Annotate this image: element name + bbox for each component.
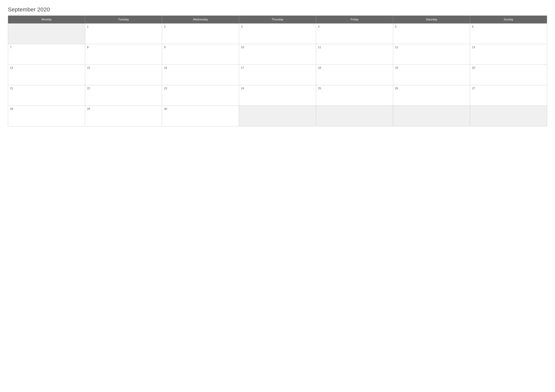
- calendar-cell[interactable]: [239, 106, 316, 126]
- calendar-week-row: 123456: [8, 24, 547, 44]
- calendar-cell[interactable]: 19: [393, 65, 470, 85]
- day-number: 23: [164, 87, 167, 90]
- calendar-cell[interactable]: 22: [85, 85, 162, 106]
- calendar-cell[interactable]: 6: [470, 24, 547, 44]
- day-number: 20: [472, 66, 475, 69]
- day-header-saturday: Saturday: [393, 16, 470, 24]
- calendar-cell[interactable]: 17: [239, 65, 316, 85]
- day-number: 16: [164, 66, 167, 69]
- day-header-sunday: Sunday: [470, 16, 547, 24]
- calendar-cell[interactable]: 18: [316, 65, 393, 85]
- day-number: 17: [241, 66, 244, 69]
- calendar-week-row: 14151617181920: [8, 65, 547, 85]
- calendar-title: September 2020: [8, 6, 547, 13]
- calendar-cell[interactable]: 3: [239, 24, 316, 44]
- calendar-week-row: 78910111213: [8, 44, 547, 65]
- calendar-cell[interactable]: 2: [162, 24, 239, 44]
- day-number: 10: [241, 46, 244, 49]
- calendar-cell[interactable]: 16: [162, 65, 239, 85]
- calendar-week-row: 21222324252627: [8, 85, 547, 106]
- calendar-cell[interactable]: 12: [393, 44, 470, 65]
- day-header-thursday: Thursday: [239, 16, 316, 24]
- day-number: 4: [318, 25, 320, 28]
- calendar-table: MondayTuesdayWednesdayThursdayFridaySatu…: [8, 15, 547, 126]
- calendar-cell[interactable]: 25: [316, 85, 393, 106]
- calendar-cell[interactable]: 5: [393, 24, 470, 44]
- day-number: 3: [241, 25, 242, 28]
- day-number: 8: [87, 46, 89, 49]
- day-number: 15: [87, 66, 90, 69]
- calendar-cell[interactable]: 11: [316, 44, 393, 65]
- calendar-cell[interactable]: 29: [85, 106, 162, 126]
- day-number: 18: [318, 66, 321, 69]
- calendar-cell[interactable]: 9: [162, 44, 239, 65]
- day-header-monday: Monday: [8, 16, 85, 24]
- day-number: 24: [241, 87, 244, 90]
- day-number: 7: [10, 46, 12, 49]
- calendar-cell[interactable]: 15: [85, 65, 162, 85]
- calendar-cell[interactable]: 1: [85, 24, 162, 44]
- calendar-cell[interactable]: 21: [8, 85, 85, 106]
- day-number: 11: [318, 46, 321, 49]
- day-number: 13: [472, 46, 475, 49]
- day-number: 27: [472, 87, 475, 90]
- day-header-tuesday: Tuesday: [85, 16, 162, 24]
- calendar-cell[interactable]: 4: [316, 24, 393, 44]
- day-number: 5: [395, 25, 397, 28]
- day-number: 21: [10, 87, 13, 90]
- calendar-cell[interactable]: 13: [470, 44, 547, 65]
- day-number: 14: [10, 66, 13, 69]
- calendar-cell[interactable]: 27: [470, 85, 547, 106]
- day-number: 26: [395, 87, 398, 90]
- calendar-cell[interactable]: 7: [8, 44, 85, 65]
- day-number: 28: [10, 107, 13, 110]
- day-number: 29: [87, 107, 90, 110]
- calendar-cell[interactable]: 10: [239, 44, 316, 65]
- calendar-cell[interactable]: 20: [470, 65, 547, 85]
- day-number: 2: [164, 25, 166, 28]
- calendar-cell[interactable]: [8, 24, 85, 44]
- calendar-cell[interactable]: 23: [162, 85, 239, 106]
- calendar-header-row: MondayTuesdayWednesdayThursdayFridaySatu…: [8, 16, 547, 24]
- day-number: 6: [472, 25, 474, 28]
- day-number: 30: [164, 107, 167, 110]
- calendar-cell[interactable]: [470, 106, 547, 126]
- calendar-cell[interactable]: 24: [239, 85, 316, 106]
- calendar-cell[interactable]: [316, 106, 393, 126]
- day-number: 19: [395, 66, 398, 69]
- calendar-cell[interactable]: 14: [8, 65, 85, 85]
- day-number: 9: [164, 46, 166, 49]
- calendar-cell[interactable]: [393, 106, 470, 126]
- calendar-cell[interactable]: 8: [85, 44, 162, 65]
- calendar-cell[interactable]: 28: [8, 106, 85, 126]
- day-number: 1: [87, 25, 89, 28]
- day-number: 12: [395, 46, 398, 49]
- day-header-wednesday: Wednesday: [162, 16, 239, 24]
- day-header-friday: Friday: [316, 16, 393, 24]
- day-number: 22: [87, 87, 90, 90]
- calendar-cell[interactable]: 30: [162, 106, 239, 126]
- calendar-week-row: 282930: [8, 106, 547, 126]
- day-number: 25: [318, 87, 321, 90]
- calendar-cell[interactable]: 26: [393, 85, 470, 106]
